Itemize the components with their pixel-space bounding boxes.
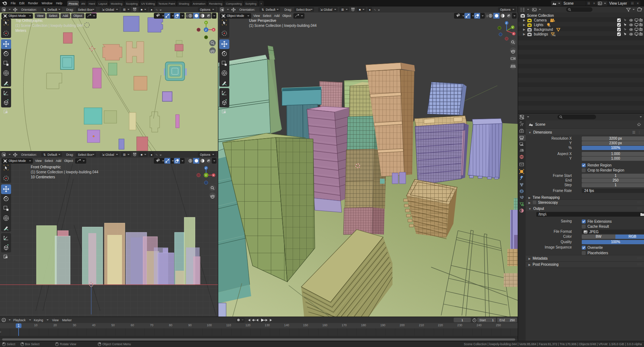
svg-text:Y: Y [512,26,514,29]
svg-text:Meters: Meters [15,29,26,33]
svg-text:(1) Scene Collection | lowpoly: (1) Scene Collection | lowpoly-building.… [31,170,98,174]
svg-text:(1) Scene Collection | lowpoly: (1) Scene Collection | lowpoly-building.… [15,24,83,28]
svg-text:User Perspective: User Perspective [249,19,277,23]
svg-text:Z: Z [205,28,207,32]
svg-text:Y: Y [205,174,207,177]
svg-text:10 Centimeters: 10 Centimeters [31,175,55,179]
svg-text:Y: Y [205,21,207,24]
svg-text:Z: Z [205,167,207,170]
svg-text:Top Orthographic: Top Orthographic [15,19,43,23]
svg-text:X: X [513,32,515,35]
svg-text:Z: Z [506,21,507,25]
svg-text:X: X [213,174,215,177]
svg-text:(1) Scene Collection | lowpoly: (1) Scene Collection | lowpoly-building.… [249,24,317,28]
svg-text:Front Orthographic: Front Orthographic [31,165,61,169]
svg-text:41: 41 [553,34,556,37]
svg-text:X: X [213,28,215,32]
